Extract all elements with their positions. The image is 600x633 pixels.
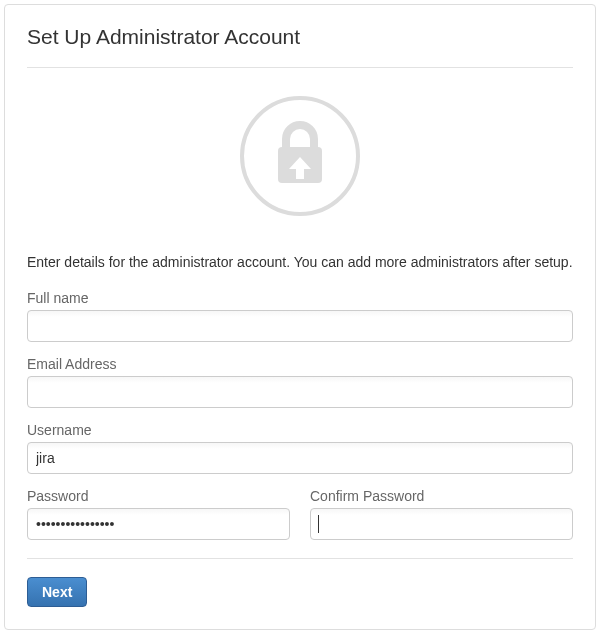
hero-area bbox=[27, 68, 573, 248]
password-input[interactable] bbox=[27, 508, 290, 540]
email-input[interactable] bbox=[27, 376, 573, 408]
fullname-input[interactable] bbox=[27, 310, 573, 342]
footer-divider bbox=[27, 558, 573, 559]
lock-upload-icon bbox=[271, 121, 329, 191]
fullname-group: Full name bbox=[27, 290, 573, 342]
confirm-password-group: Confirm Password bbox=[310, 488, 573, 540]
confirm-password-input[interactable] bbox=[310, 508, 573, 540]
next-button[interactable]: Next bbox=[27, 577, 87, 607]
hero-circle bbox=[240, 96, 360, 216]
confirm-password-wrapper bbox=[310, 508, 573, 540]
username-label: Username bbox=[27, 422, 573, 438]
password-group: Password bbox=[27, 488, 290, 540]
password-label: Password bbox=[27, 488, 290, 504]
username-input[interactable] bbox=[27, 442, 573, 474]
confirm-password-label: Confirm Password bbox=[310, 488, 573, 504]
email-label: Email Address bbox=[27, 356, 573, 372]
instructions-text: Enter details for the administrator acco… bbox=[27, 252, 573, 272]
setup-admin-panel: Set Up Administrator Account Enter detai… bbox=[4, 4, 596, 630]
password-row: Password Confirm Password bbox=[27, 488, 573, 540]
page-title: Set Up Administrator Account bbox=[27, 25, 573, 49]
username-group: Username bbox=[27, 422, 573, 474]
email-group: Email Address bbox=[27, 356, 573, 408]
fullname-label: Full name bbox=[27, 290, 573, 306]
